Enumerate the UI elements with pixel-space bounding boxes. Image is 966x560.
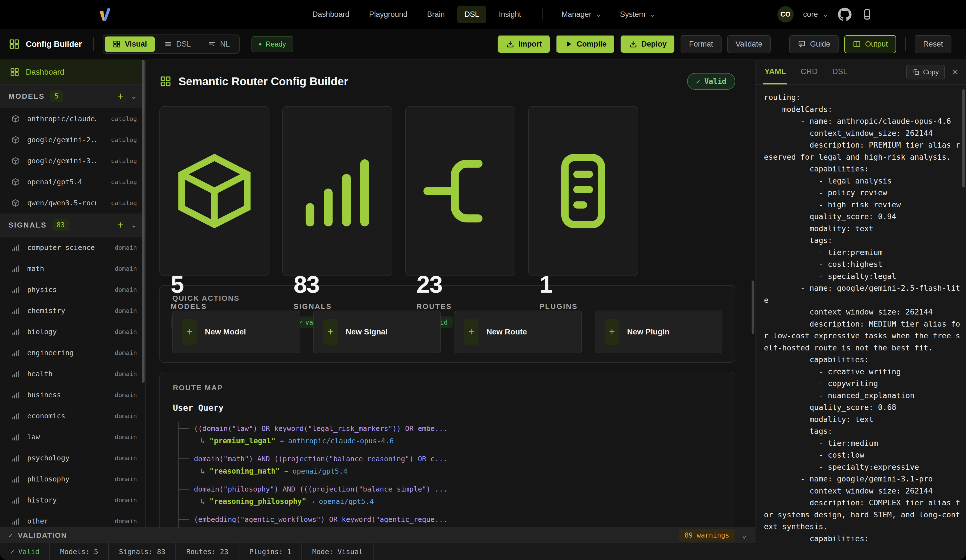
arrow-icon: → [280, 437, 283, 444]
check-icon: ✓ [696, 77, 700, 85]
import-button[interactable]: Import [498, 35, 550, 53]
config-valid-badge: ✓ Valid [687, 73, 735, 90]
route-condition[interactable]: domain("math") AND ((projection("balance… [179, 453, 722, 465]
route-target[interactable]: ↳"complex_agentic"→google/gemini-3.1-pro [179, 526, 722, 527]
mode-tab-dsl[interactable]: DSL [156, 36, 199, 52]
item-name: business [27, 391, 61, 399]
deploy-button[interactable]: Deploy [621, 35, 675, 53]
mode-tab-visual[interactable]: Visual [105, 36, 155, 52]
signal-item[interactable]: historydomain [0, 489, 145, 511]
nav-item-insight[interactable]: Insight [491, 6, 529, 23]
model-item[interactable]: openai/gpt5.4catalog [0, 171, 145, 192]
route-condition[interactable]: ((domain("law") OR keyword("legal_risk_m… [179, 422, 722, 435]
add-model-button[interactable]: + [117, 92, 123, 100]
device-icon[interactable] [861, 8, 873, 20]
main-nav: DashboardPlaygroundBrainDSLInsight Manag… [305, 6, 661, 23]
nav-dropdown-manager[interactable]: Manager⌄ [556, 6, 607, 23]
output-tab-crd[interactable]: CRD [800, 60, 819, 84]
brand-logo-icon[interactable] [97, 7, 112, 23]
output-button[interactable]: Output [844, 35, 896, 53]
item-name: history [27, 496, 57, 504]
status-text: Valid [18, 548, 39, 556]
copy-button[interactable]: Copy [906, 65, 945, 79]
output-scrollbar[interactable] [962, 89, 965, 187]
condition-text: (embedding("agentic_workflows") OR keywo… [194, 516, 447, 524]
nav-item-playground[interactable]: Playground [362, 6, 415, 23]
quick-action-label: New Signal [346, 327, 388, 337]
yaml-code[interactable]: routing: modelCards: - name: anthropic/c… [756, 85, 966, 543]
nav-dropdown-system[interactable]: System⌄ [614, 6, 661, 23]
cube-icon [11, 136, 20, 144]
bars-icon [11, 517, 20, 526]
reset-button[interactable]: Reset [915, 35, 951, 53]
signal-item[interactable]: lawdomain [0, 427, 145, 447]
sidebar-item-dashboard[interactable]: Dashboard [0, 60, 145, 85]
main-content: Semantic Router Config Builder ✓ Valid 5… [146, 60, 755, 527]
new-signal-button[interactable]: +New Signal [313, 310, 441, 353]
validation-bar[interactable]: ✓ VALIDATION 89 warnings ⌄ [0, 527, 755, 543]
item-name: anthropic/claude… [27, 115, 96, 123]
output-tab-yaml[interactable]: YAML [763, 60, 787, 84]
route-target[interactable]: ↳"reasoning_philosophy"→openai/gpt5.4 [179, 495, 722, 507]
status-text: Routes: 23 [186, 548, 228, 556]
model-item[interactable]: anthropic/claude…catalog [0, 108, 145, 129]
bars-icon [11, 454, 20, 462]
bars-icon [11, 412, 20, 420]
model-item[interactable]: qwen/qwen3.5-rocmcatalog [0, 192, 145, 213]
add-signal-button[interactable]: + [117, 221, 123, 229]
validate-button[interactable]: Validate [727, 35, 771, 53]
github-icon[interactable] [838, 8, 851, 21]
config-builder-icon [8, 38, 20, 50]
new-route-button[interactable]: +New Route [454, 310, 582, 353]
collapse-models-icon[interactable]: ⌄ [130, 94, 137, 99]
signal-item[interactable]: otherdomain [0, 511, 145, 527]
route-target[interactable]: ↳"reasoning_math"→openai/gpt5.4 [179, 465, 722, 477]
nav-item-dsl[interactable]: DSL [457, 6, 487, 23]
model-item[interactable]: google/gemini-2.…catalog [0, 129, 145, 150]
signal-item[interactable]: businessdomain [0, 384, 145, 406]
main-scrollbar[interactable] [752, 281, 754, 334]
new-plugin-button[interactable]: +New Plugin [595, 310, 723, 353]
signal-item[interactable]: psychologydomain [0, 447, 145, 468]
mode-label: NL [220, 40, 230, 49]
signal-item[interactable]: economicsdomain [0, 406, 145, 427]
sidebar-scrollbar[interactable] [142, 60, 145, 383]
hook-arrow-icon: ↳ [200, 497, 205, 506]
split-panel-icon [853, 40, 861, 48]
signals-list: computer sciencedomainmathdomainphysicsd… [0, 237, 145, 527]
item-name: google/gemini-3.… [27, 157, 96, 165]
new-model-button[interactable]: +New Model [172, 310, 300, 353]
item-name: biology [27, 328, 57, 336]
signal-item[interactable]: physicsdomain [0, 279, 145, 300]
warnings-badge[interactable]: 89 warnings [679, 529, 735, 542]
guide-button[interactable]: Guide [789, 35, 839, 53]
signal-item[interactable]: chemistrydomain [0, 300, 145, 321]
compile-button[interactable]: Compile [556, 35, 615, 53]
signal-item[interactable]: philosophydomain [0, 468, 145, 489]
chevron-down-icon[interactable]: ⌄ [742, 533, 746, 538]
signal-item[interactable]: computer sciencedomain [0, 237, 145, 258]
signal-item[interactable]: engineeringdomain [0, 342, 145, 363]
close-icon[interactable]: × [952, 68, 958, 76]
route-condition[interactable]: (embedding("agentic_workflows") OR keywo… [179, 513, 722, 526]
collapse-signals-icon[interactable]: ⌄ [130, 222, 137, 228]
avatar[interactable]: CO [777, 6, 794, 23]
nav-item-dashboard[interactable]: Dashboard [305, 6, 357, 23]
mode-tab-nl[interactable]: NL [200, 36, 238, 52]
account-menu[interactable]: core ⌄ [803, 10, 828, 19]
status-item: Plugins: 1 [239, 543, 302, 560]
tree-branch-icon [179, 489, 189, 489]
signal-item[interactable]: biologydomain [0, 321, 145, 342]
item-name: math [27, 264, 44, 273]
nav-item-brain[interactable]: Brain [420, 6, 452, 23]
model-item[interactable]: google/gemini-3.…catalog [0, 150, 145, 171]
signal-item[interactable]: healthdomain [0, 363, 145, 384]
item-tag: domain [115, 328, 137, 335]
route-condition[interactable]: domain("philosophy") AND (((projection("… [179, 483, 722, 495]
route-target[interactable]: ↳"premium_legal"→anthropic/claude-opus-4… [179, 435, 722, 447]
signal-item[interactable]: mathdomain [0, 258, 145, 279]
cube-icon [11, 177, 20, 186]
output-tab-dsl[interactable]: DSL [831, 60, 848, 84]
item-name: physics [27, 286, 57, 294]
format-button[interactable]: Format [680, 35, 721, 53]
